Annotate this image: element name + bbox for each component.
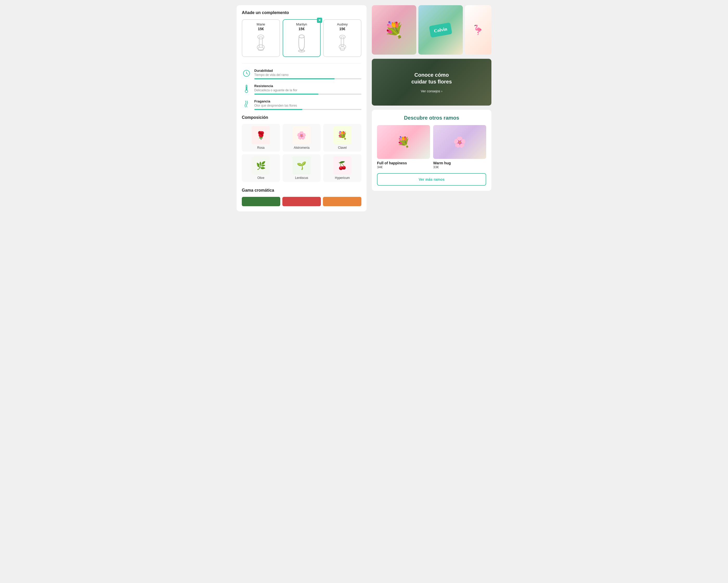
svg-point-4 <box>299 35 304 38</box>
clock-icon <box>242 69 251 78</box>
char-bar-fragancia <box>254 109 361 110</box>
char-name-durabilidad: Durabilidad <box>254 69 361 73</box>
color-swatches <box>242 197 361 206</box>
color-swatch-orange <box>323 197 361 206</box>
flower-clavel: 💐 Clavel <box>323 124 361 152</box>
care-link-text: Ver consejos <box>421 89 440 93</box>
flower-olive: 🌿 Olive <box>242 154 280 182</box>
char-resistencia: Resistencia Delicadeza o aguante de la f… <box>242 84 361 95</box>
colvin-card: Colvin <box>429 22 452 38</box>
bouquet-warm-hug[interactable]: 🌸 Warm hug 33€ <box>433 125 486 169</box>
char-bar-fill-fragancia <box>254 109 303 110</box>
complement-cards: Marie 15€ ✕ Marilyn 15€ <box>242 19 361 57</box>
flower-name-alstromeria: Alstromeria <box>285 146 319 150</box>
complement-section: Añade un complemento Marie 15€ <box>242 10 361 57</box>
flower-name-lentiscus: Lentiscus <box>285 176 319 180</box>
close-button-marilyn[interactable]: ✕ <box>317 18 322 23</box>
flower-name-olive: Olive <box>244 176 278 180</box>
char-desc-resistencia: Delicadeza o aguante de la flor <box>254 88 361 92</box>
palette-title: Gama cromática <box>242 188 361 193</box>
flower-img-lentiscus: 🌱 <box>292 156 311 175</box>
bouquet-grid: 💐 Full of happiness 34€ 🌸 Warm hug 33€ <box>377 125 486 169</box>
fragrance-icon <box>242 99 251 109</box>
char-durabilidad: Durabilidad Tiempo de vida del ramo <box>242 69 361 79</box>
char-info-resistencia: Resistencia Delicadeza o aguante de la f… <box>254 84 361 95</box>
care-section: Conoce cómocuidar tus flores Ver consejo… <box>372 59 491 106</box>
discover-title: Descubre otros ramos <box>377 115 486 121</box>
flower-img-olive: 🌿 <box>252 156 270 175</box>
char-fragancia: Fragancia Olor que desprenden las flores <box>242 99 361 110</box>
flower-rosa: 🌹 Rosa <box>242 124 280 152</box>
flower-img-alstromeria: 🌸 <box>292 126 311 144</box>
bouquet-price-1: 34€ <box>377 165 430 169</box>
flower-hypericum: 🍒 Hypericum <box>323 154 361 182</box>
card-price-marilyn: 15€ <box>286 27 318 31</box>
char-desc-durabilidad: Tiempo de vida del ramo <box>254 73 361 77</box>
bouquet-img-2: 🌸 <box>433 125 486 159</box>
flower-img-rosa: 🌹 <box>252 126 270 144</box>
card-price-audrey: 15€ <box>326 27 358 31</box>
composition-section: Composición 🌹 Rosa 🌸 Alstromeria 💐 Clave… <box>242 115 361 182</box>
card-price-marie: 15€ <box>245 27 277 31</box>
more-ramos-button[interactable]: Ver más ramos <box>377 173 486 186</box>
care-link[interactable]: Ver consejos › <box>421 89 443 93</box>
flower-name-rosa: Rosa <box>244 146 278 150</box>
flower-lentiscus: 🌱 Lentiscus <box>283 154 321 182</box>
chevron-right-icon: › <box>441 89 442 93</box>
card-img-marilyn <box>294 33 309 54</box>
complement-card-marie[interactable]: Marie 15€ <box>242 19 280 57</box>
composition-title: Composición <box>242 115 361 120</box>
flower-image-1: 💐 <box>372 5 416 55</box>
bouquet-img-1: 💐 <box>377 125 430 159</box>
bouquet-name-2: Warm hug <box>433 161 486 165</box>
care-text: Conoce cómocuidar tus flores <box>411 72 452 87</box>
char-name-fragancia: Fragancia <box>254 99 361 103</box>
card-name-marilyn: Marilyn <box>286 22 318 26</box>
flower-img-hypericum: 🍒 <box>333 156 352 175</box>
thermometer-icon <box>242 84 251 93</box>
card-name-marie: Marie <box>245 22 277 26</box>
colvin-text: Colvin <box>434 26 447 33</box>
color-swatch-red <box>282 197 321 206</box>
characteristics-section: Durabilidad Tiempo de vida del ramo <box>242 63 361 110</box>
top-images: 💐 Colvin 🦩 <box>372 5 491 55</box>
bouquet-name-1: Full of happiness <box>377 161 430 165</box>
complement-title: Añade un complemento <box>242 10 361 15</box>
flower-img-clavel: 💐 <box>333 126 352 144</box>
complement-card-audrey[interactable]: Audrey 15€ <box>323 19 361 57</box>
complement-card-marilyn[interactable]: ✕ Marilyn 15€ <box>283 19 321 57</box>
char-info-durabilidad: Durabilidad Tiempo de vida del ramo <box>254 69 361 79</box>
card-img-audrey <box>335 33 350 54</box>
bouquet-price-2: 33€ <box>433 165 486 169</box>
char-desc-fragancia: Olor que desprenden las flores <box>254 104 361 107</box>
svg-line-12 <box>246 73 248 74</box>
char-bar-resistencia <box>254 94 361 95</box>
palette-section: Gama cromática <box>242 188 361 206</box>
char-name-resistencia: Resistencia <box>254 84 361 88</box>
flamingo-image: 🦩 <box>465 5 491 55</box>
char-info-fragancia: Fragancia Olor que desprenden las flores <box>254 99 361 110</box>
svg-rect-1 <box>259 37 262 47</box>
right-panel: 💐 Colvin 🦩 Conoce cómocuidar tus flores … <box>372 5 491 211</box>
left-panel: Añade un complemento Marie 15€ <box>237 5 367 211</box>
svg-rect-9 <box>340 47 344 50</box>
flower-grid: 🌹 Rosa 🌸 Alstromeria 💐 Clavel 🌿 Olive 🌱 <box>242 124 361 182</box>
bouquet-full-of-happiness[interactable]: 💐 Full of happiness 34€ <box>377 125 430 169</box>
discover-section: Descubre otros ramos 💐 Full of happiness… <box>372 110 491 191</box>
card-img-marie <box>253 33 268 54</box>
char-bar-fill-durabilidad <box>254 78 335 79</box>
color-swatch-green <box>242 197 280 206</box>
char-bar-durabilidad <box>254 78 361 79</box>
flower-alstromeria: 🌸 Alstromeria <box>283 124 321 152</box>
care-title: Conoce cómocuidar tus flores <box>411 72 452 85</box>
card-name-audrey: Audrey <box>326 22 358 26</box>
flower-name-hypericum: Hypericum <box>325 176 359 180</box>
char-bar-fill-resistencia <box>254 94 318 95</box>
colvin-card-image: Colvin <box>418 5 463 55</box>
flower-name-clavel: Clavel <box>325 146 359 150</box>
